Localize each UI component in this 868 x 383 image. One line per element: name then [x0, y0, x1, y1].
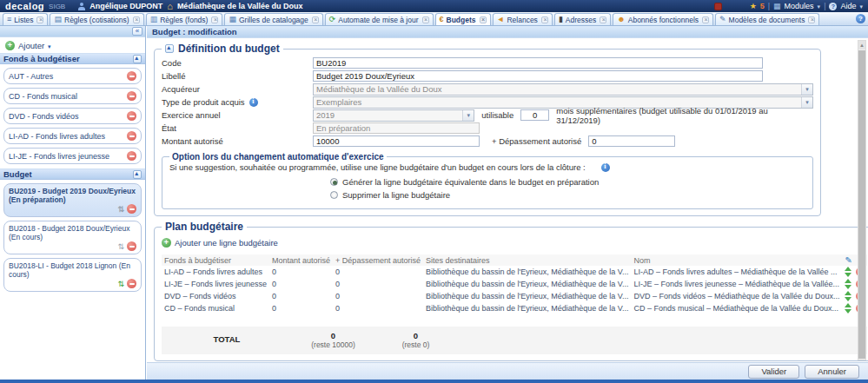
app-logo-suffix: SIGB [49, 3, 65, 10]
info-icon[interactable] [249, 98, 258, 107]
plan-row[interactable]: LI-JE – Fonds livres jeunesse 0 0 Biblio… [162, 278, 867, 290]
add-button[interactable]: Ajouter [0, 37, 145, 53]
tab[interactable]: ⟳ Automate de mise à jour [325, 13, 434, 25]
main-panel: Budget : modification Définition du budg… [147, 26, 868, 383]
remove-icon[interactable] [127, 151, 136, 161]
tab[interactable]: ▮ Adresses [554, 13, 611, 25]
tab-close-icon[interactable] [808, 17, 815, 23]
total-depassement: 0 [374, 331, 457, 340]
help-icon[interactable]: ? [856, 14, 865, 23]
fund-item[interactable]: LI-AD - Fonds livres adultes [3, 128, 142, 144]
acquereur-select[interactable]: Médiathèque de la Vallée du Doux [313, 83, 813, 96]
notification-count[interactable]: 5 [760, 2, 765, 10]
remove-icon[interactable] [127, 71, 136, 81]
col-nom: Nom [631, 254, 842, 266]
budget-item[interactable]: BU2018-LI - Budget 2018 Lignon (En cours… [3, 258, 142, 292]
scroll-up-arrow-icon[interactable] [858, 41, 865, 50]
cell-nom: LI-JE – Fonds livres jeunesse – Médiathè… [631, 278, 842, 290]
recycle-icon[interactable] [117, 205, 124, 214]
definition-fieldset: Définition du budget Code Libellé Acquér… [154, 43, 821, 216]
remove-icon[interactable] [127, 131, 136, 141]
type-produit-label: Type de produit acquis [162, 97, 245, 107]
depassement-input[interactable] [588, 135, 675, 147]
plan-table: Fonds à budgétiser Montant autorisé + Dé… [162, 254, 867, 314]
collapse-icon[interactable] [165, 44, 174, 53]
tab[interactable]: ▥ Règles (fonds) [146, 13, 223, 25]
plan-row[interactable]: CD – Fonds musical 0 0 Bibliothèque du b… [162, 302, 867, 314]
generer-radio[interactable] [330, 178, 338, 186]
collapse-icon[interactable] [133, 170, 142, 179]
logout-icon[interactable] [714, 3, 722, 10]
tab-close-icon[interactable] [312, 17, 319, 23]
fund-item[interactable]: LI-JE - Fonds livres jeunesse [3, 148, 142, 164]
total-montant-reste: (reste 10000) [292, 340, 374, 349]
code-input[interactable] [313, 57, 763, 69]
move-row-icon[interactable] [845, 279, 852, 289]
tab-close-icon[interactable] [211, 17, 218, 23]
tab-close-icon[interactable] [600, 17, 606, 23]
recycle-icon[interactable] [117, 280, 124, 288]
vertical-scrollbar[interactable] [858, 40, 866, 360]
remove-icon[interactable] [127, 241, 136, 251]
tab[interactable]: ▦ Grilles de catalogage [224, 13, 322, 25]
tab-close-icon[interactable] [36, 17, 43, 23]
fund-label: CD - Fonds musical [9, 92, 77, 101]
move-row-icon[interactable] [845, 303, 852, 314]
chevron-down-icon [801, 84, 812, 95]
mois-input[interactable] [520, 109, 549, 121]
funds-section-header[interactable]: Fonds à budgétiser [0, 53, 145, 64]
recycle-icon[interactable] [117, 242, 124, 251]
add-icon [5, 41, 15, 50]
tab[interactable]: ☻ Abonnés fonctionnels [613, 13, 713, 25]
scrollbar-thumb[interactable] [858, 50, 865, 359]
remove-icon[interactable] [127, 111, 136, 121]
remove-icon[interactable] [127, 279, 136, 288]
tab-icon: ▦ [229, 16, 236, 23]
tab-close-icon[interactable] [422, 17, 429, 23]
tab-label: Règles (cotisations) [64, 16, 129, 24]
tab[interactable]: ≡ Listes [3, 13, 48, 25]
valider-button[interactable]: Valider [748, 365, 799, 379]
plan-row[interactable]: DVD – Fonds vidéos 0 0 Bibliothèque du b… [162, 290, 867, 302]
sidebar-collapse-button[interactable] [132, 27, 142, 36]
supprimer-radio[interactable] [330, 191, 338, 199]
tab-close-icon[interactable] [133, 17, 140, 23]
tab[interactable]: ◄ Relances [493, 13, 553, 25]
collapse-icon[interactable] [133, 55, 142, 63]
supprimer-radio-label: Supprimer la ligne budgétaire [342, 190, 450, 200]
annuler-button[interactable]: Annuler [805, 365, 859, 379]
montant-input[interactable] [313, 135, 480, 147]
cell-nom: DVD – Fonds vidéos – Médiathèque de la V… [631, 290, 842, 302]
fund-item[interactable]: AUT - Autres [3, 68, 142, 84]
budget-section-header[interactable]: Budget [0, 168, 145, 180]
budget-item[interactable]: BU2019 - Budget 2019 Doux/Eyrieux (En pr… [3, 183, 142, 217]
plan-row[interactable]: LI-AD – Fonds livres adultes 0 0 Bibliot… [162, 266, 867, 278]
move-row-icon[interactable] [845, 267, 852, 277]
remove-icon[interactable] [127, 204, 136, 214]
tab-close-icon[interactable] [541, 17, 548, 23]
tab[interactable]: € Budgets [435, 13, 491, 25]
chevron-down-icon[interactable] [818, 2, 821, 10]
libelle-input[interactable] [313, 70, 763, 82]
tab[interactable]: ✎ Modèles de documents [715, 13, 819, 25]
fund-item[interactable]: CD - Fonds musical [3, 88, 142, 104]
remove-icon[interactable] [127, 91, 136, 101]
tab[interactable]: ▤ Règles (cotisations) [50, 13, 143, 25]
exercice-select[interactable]: 2019 [313, 109, 474, 122]
option-intro-text: Si une suggestion, souhaitée ou programm… [169, 162, 586, 172]
move-row-icon[interactable] [845, 291, 852, 301]
add-budget-line-button[interactable]: Ajouter une ligne budgétaire [162, 238, 867, 248]
tab-icon: € [440, 16, 444, 23]
tab-close-icon[interactable] [702, 17, 709, 23]
modules-menu[interactable]: Modules [785, 2, 814, 10]
fund-item[interactable]: DVD - Fonds vidéos [3, 108, 142, 124]
tab-close-icon[interactable] [480, 17, 487, 23]
aide-menu[interactable]: Aide [840, 2, 856, 10]
chevron-down-icon[interactable] [859, 2, 863, 10]
cell-depassement: 0 [333, 278, 423, 290]
edit-columns-icon[interactable]: ✎ [845, 255, 851, 265]
current-user: Angélique DUPONT [89, 2, 162, 10]
tab-icon: ☻ [617, 16, 625, 23]
info-icon[interactable] [601, 163, 610, 172]
budget-item[interactable]: BU2018 - Budget 2018 Doux/Eyrieux (En co… [3, 221, 142, 254]
